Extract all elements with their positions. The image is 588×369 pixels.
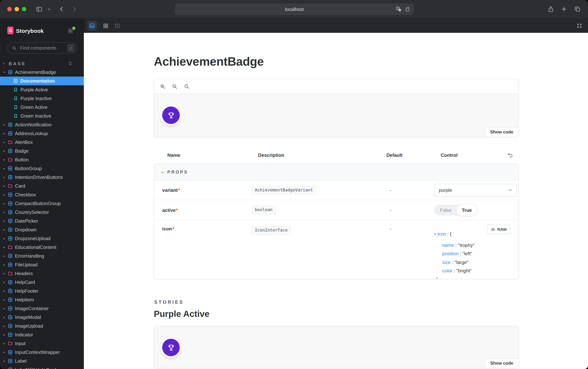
sidebar-item-dropdown[interactable]: ▸Dropdown	[0, 225, 84, 234]
zoom-in-icon[interactable]	[159, 83, 166, 90]
chevron-down-icon[interactable]	[46, 5, 51, 13]
variant-select[interactable]: purple	[434, 184, 517, 197]
new-tab-icon[interactable]	[560, 5, 568, 13]
sidebar-item-green-active[interactable]: Green Active	[0, 103, 84, 112]
caret-right-icon[interactable]: ▸	[2, 184, 7, 188]
sidebar-item-fileupload[interactable]: ▸FileUpload	[0, 260, 84, 269]
sidebar-item-achievementbadge[interactable]: ▾AchievementBadge	[0, 68, 84, 77]
search-box[interactable]: /	[7, 42, 77, 54]
sidebar-item-helpitem[interactable]: ▸HelpItem	[0, 295, 84, 304]
sidebar-item-alertbox[interactable]: ▸AlertBox	[0, 138, 84, 147]
sidebar-item-dropzoneupload[interactable]: ▸DropzoneUpload	[0, 234, 84, 243]
caret-right-icon[interactable]: ▸	[2, 202, 7, 205]
caret-right-icon[interactable]: ▸	[2, 254, 7, 258]
sidebar-item-errorhandling[interactable]: ▸ErrorHandling	[0, 252, 84, 260]
caret-right-icon[interactable]: ▸	[2, 272, 7, 275]
forward-icon[interactable]	[71, 5, 78, 13]
show-code-button[interactable]: Show code	[485, 359, 518, 368]
grid-tool-button[interactable]	[101, 21, 111, 31]
sidebar-item-imageupload[interactable]: ▸ImageUpload	[0, 322, 84, 330]
fullscreen-button[interactable]	[575, 21, 584, 31]
caret-right-icon[interactable]: ▸	[2, 158, 7, 162]
tab-overview-icon[interactable]	[574, 5, 581, 13]
reload-icon[interactable]	[405, 6, 410, 12]
caret-right-icon[interactable]: ▸	[2, 132, 7, 135]
sidebar-section-base[interactable]: ▾ BASE	[0, 60, 84, 68]
sidebar-item-input[interactable]: ▸Input	[0, 339, 84, 348]
measure-tool-button[interactable]	[112, 21, 122, 31]
sidebar-item-purple-inactive[interactable]: Purple Inactive	[0, 94, 84, 103]
toggle-option-false[interactable]: False	[434, 207, 456, 213]
minimize-button[interactable]	[15, 7, 19, 11]
close-button[interactable]	[7, 7, 12, 11]
sidebar-item-card[interactable]: ▸Card	[0, 182, 84, 190]
sidebar-item-educationalcontent[interactable]: ▸EducationalContent	[0, 243, 84, 252]
caret-right-icon[interactable]: ▸	[2, 342, 7, 345]
sidebar-item-intentiondrivenbuttons[interactable]: ▸IntentionDrivenButtons	[0, 173, 84, 182]
translate-icon[interactable]: Ax	[395, 6, 402, 12]
sidebar-item-headers[interactable]: ▸Headers	[0, 269, 84, 278]
caret-right-icon[interactable]: ▸	[2, 237, 7, 240]
sidebar-item-datepicker[interactable]: ▸DatePicker	[0, 216, 84, 225]
caret-right-icon[interactable]: ▸	[2, 175, 7, 179]
caret-right-icon[interactable]: ▸	[2, 167, 7, 170]
sidebar-item-indicator[interactable]: ▸Indicator	[0, 330, 84, 339]
raw-button[interactable]: RAW	[487, 225, 510, 234]
caret-right-icon[interactable]: ▸	[2, 350, 7, 354]
caret-right-icon[interactable]: ▸	[2, 359, 7, 363]
caret-right-icon[interactable]: ▸	[2, 324, 7, 328]
sidebar-item-helpfooter[interactable]: ▸HelpFooter	[0, 287, 84, 295]
object-control[interactable]: ▾icon : { name : "trophy" position : "le…	[434, 226, 475, 279]
sidebar-item-compactbuttongroup[interactable]: ▸CompactButtonGroup	[0, 199, 84, 208]
sidebar-item-actionnotification[interactable]: ▸ActionNotification	[0, 120, 84, 129]
search-input[interactable]	[19, 45, 67, 51]
canvas-tab[interactable]	[87, 21, 97, 31]
zoom-out-icon[interactable]	[171, 83, 178, 90]
sidebar-toggle-icon[interactable]	[35, 5, 43, 13]
caret-right-icon[interactable]: ▸	[2, 123, 7, 126]
caret-right-icon[interactable]: ▸	[2, 210, 7, 214]
caret-right-icon[interactable]: ▸	[2, 298, 7, 302]
caret-right-icon[interactable]: ▸	[2, 289, 7, 293]
props-section-row[interactable]: PROPS	[154, 164, 518, 181]
address-bar[interactable]: localhost Ax	[175, 4, 414, 15]
storybook-logo[interactable]: S	[7, 27, 13, 34]
sidebar-item-helpcard[interactable]: ▸HelpCard	[0, 278, 84, 287]
sidebar-item-label[interactable]: ▸Label	[0, 357, 84, 365]
sidebar-item-purple-active[interactable]: Purple Active	[0, 85, 84, 94]
share-icon[interactable]	[547, 5, 555, 13]
sidebar-item-addresslookup[interactable]: ▸AddressLookup	[0, 129, 84, 138]
caret-right-icon[interactable]: ▸	[2, 263, 7, 266]
sidebar-item-badge[interactable]: ▸Badge	[0, 147, 84, 155]
sidebar-item-checkbox[interactable]: ▸Checkbox	[0, 190, 84, 199]
expand-collapse-icon[interactable]	[68, 61, 73, 67]
show-code-button[interactable]: Show code	[485, 127, 518, 137]
back-icon[interactable]	[58, 5, 65, 13]
maximize-button[interactable]	[22, 7, 26, 11]
reset-controls-icon[interactable]	[507, 152, 514, 158]
caret-right-icon[interactable]: ▸	[2, 149, 7, 153]
toggle-option-true[interactable]: True	[456, 204, 477, 216]
sidebar-item-labelwithhelpcard[interactable]: ▸LabelWithHelpCard	[0, 365, 84, 369]
caret-right-icon[interactable]: ▸	[2, 315, 7, 319]
caret-right-icon[interactable]: ▸	[2, 307, 7, 310]
zoom-reset-icon[interactable]	[183, 83, 190, 90]
object-root-line[interactable]: ▾icon : {	[434, 230, 475, 239]
caret-right-icon[interactable]: ▸	[2, 368, 7, 369]
sidebar-item-inputcontextwrapper[interactable]: ▸InputContextWrapper	[0, 348, 84, 357]
caret-right-icon[interactable]: ▸	[2, 280, 7, 284]
caret-right-icon[interactable]: ▸	[2, 333, 7, 337]
sidebar-item-documentation[interactable]: Documentation	[0, 77, 84, 85]
caret-right-icon[interactable]: ▸	[2, 140, 7, 144]
active-toggle[interactable]: False True	[434, 205, 477, 215]
caret-right-icon[interactable]: ▸	[2, 219, 7, 223]
sidebar-item-button[interactable]: ▸Button	[0, 155, 84, 164]
caret-right-icon[interactable]: ▸	[2, 246, 7, 249]
caret-right-icon[interactable]: ▸	[2, 193, 7, 196]
sidebar-item-imagecontainer[interactable]: ▸ImageContainer	[0, 304, 84, 313]
caret-right-icon[interactable]: ▸	[2, 228, 7, 232]
sidebar-item-countryselector[interactable]: ▸CountrySelector	[0, 208, 84, 216]
caret-down-icon[interactable]: ▾	[2, 70, 7, 74]
sidebar-item-buttongroup[interactable]: ▸ButtonGroup	[0, 164, 84, 173]
sidebar-item-green-inactive[interactable]: Green Inactive	[0, 112, 84, 120]
